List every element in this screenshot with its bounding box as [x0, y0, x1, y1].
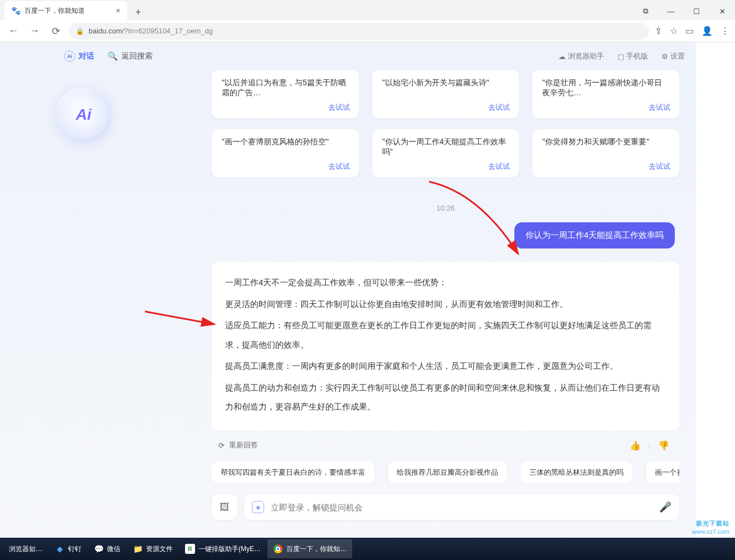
try-link[interactable]: 去试试 — [328, 162, 350, 172]
nav-browser-helper-label: 浏览器助手 — [568, 51, 604, 61]
nav-back-search-label: 返回搜索 — [121, 51, 153, 61]
maximize-icon[interactable]: ☐ — [684, 2, 709, 20]
mic-icon[interactable]: 🎤 — [659, 501, 671, 513]
chip[interactable]: 画一个赛 — [646, 462, 679, 483]
share-icon[interactable]: ⇪ — [655, 26, 662, 36]
chip[interactable]: 三体的黑暗丛林法则是真的吗 — [520, 462, 632, 483]
input-bar: 🖼 ◈ 🎤 — [212, 494, 679, 520]
chrome-icon — [273, 544, 283, 554]
upload-button[interactable]: 🖼 — [212, 494, 237, 520]
restore-down-icon[interactable]: ⧉ — [632, 2, 658, 20]
new-tab-button[interactable]: + — [130, 4, 146, 20]
suggestion-card[interactable]: "画一个赛博朋克风格的孙悟空" 去试试 — [212, 129, 359, 177]
close-window-icon[interactable]: ✕ — [709, 2, 735, 20]
page-body: Ai 对话 🔍 返回搜索 ☁ 浏览器助手 ▢ 手机版 ⚙ 设置 登录 — [0, 42, 735, 538]
nav-browser-helper[interactable]: ☁ 浏览器助手 — [558, 51, 604, 61]
suggestion-chips: 帮我写四篇有关于夏日表白的诗，要情感丰富 给我推荐几部豆瓣高分影视作品 三体的黑… — [212, 462, 679, 483]
chip[interactable]: 给我推荐几部豆瓣高分影视作品 — [388, 462, 507, 483]
gear-icon: ⚙ — [661, 52, 668, 61]
nav-settings[interactable]: ⚙ 设置 — [661, 51, 685, 61]
right-edge — [696, 42, 735, 538]
ai-response: 一周工作4天不一定会提高工作效率，但可以带来一些优势： 更灵活的时间管理：四天工… — [212, 262, 679, 430]
regenerate-label[interactable]: 重新回答 — [229, 440, 258, 450]
suggestion-card[interactable]: "你认为一周工作4天能提高工作效率吗" 去试试 — [372, 129, 519, 177]
card-text: "以始宅小新为开关与篇藏头诗" — [382, 78, 489, 87]
search-icon: 🔍 — [108, 51, 118, 61]
chat-input[interactable] — [271, 503, 659, 512]
url-input[interactable]: 🔒 baidu.com/?tn=62095104_17_oem_dg — [69, 23, 649, 40]
taskbar: 浏览器如… ◆ 钉钉 💬 微信 📁 资源文件 R 一键排版助手(MyE… 百度一… — [0, 538, 735, 560]
nav-mobile[interactable]: ▢ 手机版 — [617, 51, 648, 61]
response-line: 提高员工的动力和创造力：实行四天工作制可以使员工有更多的时间和空间来休息和恢复，… — [225, 378, 666, 417]
chat-input-container[interactable]: ◈ 🎤 — [244, 494, 679, 520]
suggestion-card[interactable]: "以后并追口为有意，与5篇关于防晒霜的广告… 去试试 — [212, 70, 359, 118]
suggestion-card[interactable]: "你是壮用，与一篇感谢快递小哥日夜辛劳七… 去试试 — [532, 70, 679, 118]
response-line: 一周工作4天不一定会提高工作效率，但可以带来一些优势： — [225, 273, 666, 293]
cloud-icon: ☁ — [558, 52, 566, 61]
try-link[interactable]: 去试试 — [649, 103, 670, 113]
url-path: /?tn=62095104_17_oem_dg — [122, 27, 213, 35]
minimize-icon[interactable]: — — [658, 2, 684, 20]
task-label: 资源文件 — [146, 544, 173, 554]
task-label: 一键排版助手(MyE… — [198, 544, 261, 554]
card-text: "你觉得努力和天赋哪个更重要" — [542, 137, 649, 146]
task-item-folder[interactable]: 📁 资源文件 — [127, 539, 178, 558]
nav-back-search[interactable]: 🔍 返回搜索 — [108, 51, 153, 61]
card-text: "以后并追口为有意，与5篇关于防晒霜的广告… — [222, 78, 346, 97]
task-item[interactable]: 浏览器如… — [3, 539, 48, 558]
try-link[interactable]: 去试试 — [488, 103, 510, 113]
try-link[interactable]: 去试试 — [328, 103, 350, 113]
url-host: baidu.com — [89, 27, 122, 35]
app-icon: R — [185, 544, 195, 554]
task-label: 微信 — [107, 544, 120, 554]
reload-button[interactable]: ⟳ — [48, 23, 64, 39]
bookmark-icon[interactable]: ☆ — [670, 26, 678, 36]
task-label: 浏览器如… — [9, 544, 42, 554]
folder-icon: 📁 — [133, 544, 143, 554]
profile-icon[interactable]: 👤 — [702, 26, 713, 36]
suggestion-card[interactable]: "你觉得努力和天赋哪个更重要" 去试试 — [532, 129, 679, 177]
panel-icon[interactable]: ▭ — [685, 26, 694, 36]
nav-dialogue[interactable]: Ai 对话 — [64, 51, 94, 62]
tab-title: 百度一下，你就知道 — [25, 6, 85, 16]
try-link[interactable]: 去试试 — [649, 162, 670, 172]
card-text: "画一个赛博朋克风格的孙悟空" — [222, 137, 329, 146]
refresh-icon[interactable]: ⟳ — [218, 441, 225, 450]
ai-avatar-label: Ai — [76, 106, 91, 124]
menu-icon[interactable]: ⋮ — [721, 26, 729, 36]
user-message: 你认为一周工作4天能提高工作效率吗 — [514, 222, 675, 249]
timestamp: 10:26 — [212, 204, 679, 212]
ai-avatar: Ai — [56, 87, 111, 143]
browser-tab[interactable]: 🐾 百度一下，你就知道 × — [4, 1, 127, 20]
ai-badge-icon: Ai — [64, 51, 75, 62]
task-item-dingtalk[interactable]: ◆ 钉钉 — [49, 539, 87, 558]
response-line: 提高员工满意度：一周内有更多的时间用于家庭和个人生活，员工可能会更满意工作，更愿… — [225, 357, 666, 376]
try-link[interactable]: 去试试 — [488, 162, 510, 172]
dingtalk-icon: ◆ — [55, 544, 65, 554]
page-top-nav: Ai 对话 🔍 返回搜索 ☁ 浏览器助手 ▢ 手机版 ⚙ 设置 登录 — [0, 42, 735, 70]
card-text: "你是壮用，与一篇感谢快递小哥日夜辛劳七… — [542, 78, 662, 97]
chip[interactable]: 帮我写四篇有关于夏日表白的诗，要情感丰富 — [212, 462, 374, 483]
task-item-chrome[interactable]: 百度一下，你就知… — [267, 539, 352, 558]
response-line: 更灵活的时间管理：四天工作制可以让你更自由地安排时间，从而更有效地管理时间和工作… — [225, 295, 666, 314]
nav-dialogue-label: 对话 — [79, 51, 94, 61]
phone-icon: ▢ — [617, 52, 624, 61]
task-item-wechat[interactable]: 💬 微信 — [88, 539, 126, 558]
task-label: 百度一下，你就知… — [286, 544, 347, 554]
forward-button[interactable]: → — [27, 23, 42, 39]
response-line: 适应员工能力：有些员工可能更愿意在更长的工作日工作更短的时间，实施四天工作制可以… — [225, 316, 666, 354]
back-button[interactable]: ← — [6, 23, 21, 39]
sidebar: Ai — [56, 70, 212, 538]
task-label: 钉钉 — [68, 544, 81, 554]
image-icon: 🖼 — [220, 501, 230, 513]
thumbs-down-icon[interactable]: 👎 — [655, 440, 673, 451]
address-bar: ← → ⟳ 🔒 baidu.com/?tn=62095104_17_oem_dg… — [0, 20, 735, 42]
suggestion-card[interactable]: "以始宅小新为开关与篇藏头诗" 去试试 — [372, 70, 519, 118]
task-item-typesetter[interactable]: R 一键排版助手(MyE… — [179, 539, 266, 558]
close-tab-icon[interactable]: × — [116, 6, 120, 15]
lock-icon: 🔒 — [76, 27, 84, 35]
wechat-icon: 💬 — [94, 544, 104, 554]
thumbs-up-icon[interactable]: 👍 — [626, 440, 644, 451]
regenerate-row: ⟳ 重新回答 👍 | 👎 — [212, 437, 679, 454]
nav-mobile-label: 手机版 — [626, 51, 648, 61]
